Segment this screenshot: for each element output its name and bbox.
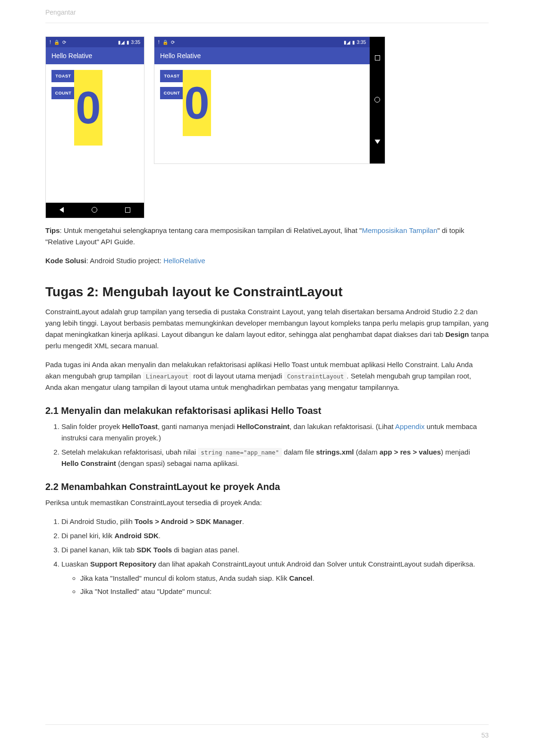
nav-bar-land — [370, 37, 385, 163]
s22-intro: Periksa untuk memastikan ConstraintLayou… — [45, 497, 489, 508]
status-time-land: 3:35 — [357, 40, 366, 45]
s22-heading: 2.2 Menambahkan ConstraintLayout ke proy… — [45, 481, 489, 492]
recent-icon[interactable] — [375, 54, 380, 62]
s22-sublist: Jika kata "Installed" muncul di kolom st… — [61, 573, 489, 597]
positioning-views-link[interactable]: Memposisikan Tampilan — [362, 226, 437, 234]
status-bar: ! 🔒 ⟳ ▮◢ ▮ 3:35 — [46, 37, 144, 47]
lock-icon: 🔒 — [54, 40, 59, 45]
tips-paragraph: Tips: Untuk mengetahui selengkapnya tent… — [45, 225, 489, 248]
code-constraintlayout: ConstraintLayout — [284, 372, 347, 381]
sync-icon: ⟳ — [62, 40, 66, 45]
s22-item-3: Di panel kanan, klik tab SDK Tools di ba… — [61, 544, 489, 556]
status-bar-land: ! 🔒 ⟳ ▮◢ ▮ 3:35 — [154, 37, 370, 47]
page-header: Pengantar — [45, 0, 489, 23]
s21-item-2: Setelah melakukan refaktorisasi, ubah ni… — [61, 447, 489, 469]
status-time: 3:35 — [131, 40, 140, 45]
back-icon[interactable] — [59, 206, 64, 214]
battery-icon: ▮ — [127, 40, 129, 45]
task2-para2: Pada tugas ini Anda akan menyalin dan me… — [45, 359, 489, 393]
page-number: 53 — [481, 731, 489, 739]
app-bar: Hello Relative — [46, 47, 144, 64]
home-icon[interactable] — [374, 96, 380, 104]
warning-icon: ! — [50, 40, 51, 45]
s22-item-2: Di panel kiri, klik Android SDK. — [61, 530, 489, 541]
phone-body: TOAST COUNT 0 — [46, 64, 144, 203]
warning-icon: ! — [158, 40, 160, 45]
tips-label: Tips — [45, 226, 60, 234]
app-title: Hello Relative — [51, 52, 92, 60]
signal-icon: ▮◢ — [344, 40, 350, 45]
hello-relative-link[interactable]: HelloRelative — [163, 257, 205, 265]
task2-heading: Tugas 2: Mengubah layout ke ConstraintLa… — [45, 284, 489, 300]
toast-button-land[interactable]: TOAST — [160, 70, 184, 82]
counter-box-land: 0 — [183, 70, 211, 136]
lock-icon: 🔒 — [162, 40, 168, 45]
screenshot-row: ! 🔒 ⟳ ▮◢ ▮ 3:35 Hello Relative TOAST COU… — [45, 36, 489, 218]
app-title-land: Hello Relative — [160, 52, 201, 60]
solution-paragraph: Kode Solusi: Android Studio project: Hel… — [45, 255, 489, 266]
code-linearlayout: LinearLayout — [143, 372, 191, 381]
header-title: Pengantar — [45, 9, 76, 16]
counter-value: 0 — [76, 85, 101, 130]
page-footer: 53 — [45, 724, 489, 739]
s21-list: Salin folder proyek HelloToast, ganti na… — [45, 421, 489, 469]
recent-icon[interactable] — [125, 206, 130, 214]
task2-para1: ConstraintLayout adalah grup tampilan ya… — [45, 306, 489, 352]
back-icon[interactable] — [375, 138, 380, 146]
solution-label: Kode Solusi — [45, 257, 86, 265]
code-appname: string name="app_name" — [198, 448, 282, 457]
app-bar-land: Hello Relative — [154, 47, 370, 64]
home-icon[interactable] — [92, 206, 97, 214]
s21-heading: 2.1 Menyalin dan melakukan refaktorisasi… — [45, 405, 489, 416]
s22-sub-2: Jika "Not Installed" atau "Update" muncu… — [80, 586, 489, 597]
phone-body-land: TOAST COUNT 0 — [154, 64, 370, 163]
signal-icon: ▮◢ — [118, 40, 125, 45]
count-button-land[interactable]: COUNT — [160, 87, 184, 99]
battery-icon: ▮ — [352, 40, 355, 45]
count-button[interactable]: COUNT — [51, 87, 75, 99]
counter-value-land: 0 — [184, 80, 209, 126]
nav-bar — [46, 203, 144, 218]
s22-item-4: Luaskan Support Repository dan lihat apa… — [61, 558, 489, 597]
phone-landscape: ! 🔒 ⟳ ▮◢ ▮ 3:35 Hello Relative TOAST — [154, 36, 385, 164]
s22-sub-1: Jika kata "Installed" muncul di kolom st… — [80, 573, 489, 584]
s22-list: Di Android Studio, pilih Tools > Android… — [45, 516, 489, 597]
counter-box: 0 — [74, 70, 102, 146]
appendix-link[interactable]: Appendix — [395, 422, 425, 430]
s22-item-1: Di Android Studio, pilih Tools > Android… — [61, 516, 489, 527]
phone-portrait: ! 🔒 ⟳ ▮◢ ▮ 3:35 Hello Relative TOAST COU… — [45, 36, 144, 218]
s21-item-1: Salin folder proyek HelloToast, ganti na… — [61, 421, 489, 444]
sync-icon: ⟳ — [171, 40, 175, 45]
toast-button[interactable]: TOAST — [51, 70, 75, 82]
